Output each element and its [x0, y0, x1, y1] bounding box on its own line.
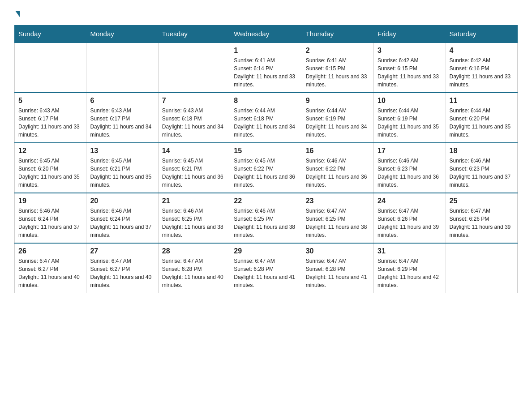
day-info: Sunrise: 6:46 AM Sunset: 6:23 PM Dayligh…	[378, 157, 442, 189]
day-number: 2	[306, 47, 370, 55]
day-number: 9	[306, 97, 370, 105]
day-number: 24	[378, 197, 442, 205]
day-number: 12	[18, 147, 82, 155]
calendar-cell: 29Sunrise: 6:47 AM Sunset: 6:28 PM Dayli…	[230, 243, 302, 293]
day-info: Sunrise: 6:46 AM Sunset: 6:23 PM Dayligh…	[450, 157, 514, 189]
calendar-cell: 10Sunrise: 6:44 AM Sunset: 6:19 PM Dayli…	[374, 93, 446, 143]
day-number: 7	[162, 97, 226, 105]
calendar-cell: 14Sunrise: 6:45 AM Sunset: 6:21 PM Dayli…	[158, 143, 230, 193]
day-number: 8	[234, 97, 298, 105]
day-number: 25	[450, 197, 514, 205]
day-number: 29	[234, 247, 298, 255]
logo	[14, 11, 20, 16]
day-number: 1	[234, 47, 298, 55]
day-info: Sunrise: 6:45 AM Sunset: 6:21 PM Dayligh…	[162, 157, 226, 189]
day-of-week-friday: Friday	[374, 26, 446, 43]
calendar-cell: 23Sunrise: 6:47 AM Sunset: 6:25 PM Dayli…	[302, 193, 373, 243]
calendar-cell: 18Sunrise: 6:46 AM Sunset: 6:23 PM Dayli…	[446, 143, 517, 193]
calendar-cell: 5Sunrise: 6:43 AM Sunset: 6:17 PM Daylig…	[15, 93, 86, 143]
day-number: 4	[450, 47, 514, 55]
day-number: 26	[18, 247, 82, 255]
day-info: Sunrise: 6:47 AM Sunset: 6:27 PM Dayligh…	[18, 257, 82, 289]
day-number: 14	[162, 147, 226, 155]
day-of-week-monday: Monday	[86, 26, 158, 43]
logo-arrow-icon	[15, 11, 20, 17]
calendar-cell: 28Sunrise: 6:47 AM Sunset: 6:28 PM Dayli…	[158, 243, 230, 293]
calendar-cell: 1Sunrise: 6:41 AM Sunset: 6:14 PM Daylig…	[230, 43, 302, 93]
day-info: Sunrise: 6:47 AM Sunset: 6:28 PM Dayligh…	[306, 257, 370, 289]
day-number: 21	[162, 197, 226, 205]
day-number: 16	[306, 147, 370, 155]
day-info: Sunrise: 6:47 AM Sunset: 6:26 PM Dayligh…	[378, 207, 442, 239]
day-info: Sunrise: 6:46 AM Sunset: 6:25 PM Dayligh…	[234, 207, 298, 239]
calendar-cell: 3Sunrise: 6:42 AM Sunset: 6:15 PM Daylig…	[374, 43, 446, 93]
day-number: 30	[306, 247, 370, 255]
calendar-cell: 17Sunrise: 6:46 AM Sunset: 6:23 PM Dayli…	[374, 143, 446, 193]
calendar-cell: 16Sunrise: 6:46 AM Sunset: 6:22 PM Dayli…	[302, 143, 373, 193]
day-of-week-wednesday: Wednesday	[230, 26, 302, 43]
day-info: Sunrise: 6:44 AM Sunset: 6:20 PM Dayligh…	[450, 107, 514, 139]
calendar-cell: 20Sunrise: 6:46 AM Sunset: 6:24 PM Dayli…	[86, 193, 158, 243]
day-number: 27	[90, 247, 154, 255]
day-of-week-thursday: Thursday	[302, 26, 373, 43]
calendar-cell	[446, 243, 517, 293]
calendar-cell: 22Sunrise: 6:46 AM Sunset: 6:25 PM Dayli…	[230, 193, 302, 243]
day-info: Sunrise: 6:45 AM Sunset: 6:20 PM Dayligh…	[18, 157, 82, 189]
day-number: 15	[234, 147, 298, 155]
day-of-week-sunday: Sunday	[15, 26, 86, 43]
day-number: 18	[450, 147, 514, 155]
day-number: 6	[90, 97, 154, 105]
calendar-cell: 25Sunrise: 6:47 AM Sunset: 6:26 PM Dayli…	[446, 193, 517, 243]
calendar-cell: 4Sunrise: 6:42 AM Sunset: 6:16 PM Daylig…	[446, 43, 517, 93]
day-info: Sunrise: 6:47 AM Sunset: 6:28 PM Dayligh…	[234, 257, 298, 289]
day-info: Sunrise: 6:43 AM Sunset: 6:18 PM Dayligh…	[162, 107, 226, 139]
calendar-cell: 9Sunrise: 6:44 AM Sunset: 6:19 PM Daylig…	[302, 93, 373, 143]
page-header	[14, 11, 518, 16]
day-number: 22	[234, 197, 298, 205]
calendar-cell: 26Sunrise: 6:47 AM Sunset: 6:27 PM Dayli…	[15, 243, 86, 293]
day-info: Sunrise: 6:47 AM Sunset: 6:25 PM Dayligh…	[306, 207, 370, 239]
calendar-cell: 12Sunrise: 6:45 AM Sunset: 6:20 PM Dayli…	[15, 143, 86, 193]
day-info: Sunrise: 6:46 AM Sunset: 6:24 PM Dayligh…	[18, 207, 82, 239]
calendar-table: SundayMondayTuesdayWednesdayThursdayFrid…	[14, 25, 518, 293]
day-number: 28	[162, 247, 226, 255]
day-info: Sunrise: 6:45 AM Sunset: 6:22 PM Dayligh…	[234, 157, 298, 189]
day-info: Sunrise: 6:46 AM Sunset: 6:24 PM Dayligh…	[90, 207, 154, 239]
day-number: 5	[18, 97, 82, 105]
day-info: Sunrise: 6:43 AM Sunset: 6:17 PM Dayligh…	[90, 107, 154, 139]
calendar-cell: 7Sunrise: 6:43 AM Sunset: 6:18 PM Daylig…	[158, 93, 230, 143]
calendar-cell: 11Sunrise: 6:44 AM Sunset: 6:20 PM Dayli…	[446, 93, 517, 143]
calendar-cell	[158, 43, 230, 93]
day-number: 19	[18, 197, 82, 205]
day-info: Sunrise: 6:47 AM Sunset: 6:26 PM Dayligh…	[450, 207, 514, 239]
calendar-cell: 21Sunrise: 6:46 AM Sunset: 6:25 PM Dayli…	[158, 193, 230, 243]
day-info: Sunrise: 6:45 AM Sunset: 6:21 PM Dayligh…	[90, 157, 154, 189]
day-info: Sunrise: 6:42 AM Sunset: 6:16 PM Dayligh…	[450, 56, 514, 89]
day-of-week-saturday: Saturday	[446, 26, 517, 43]
day-number: 3	[378, 47, 442, 55]
day-info: Sunrise: 6:47 AM Sunset: 6:28 PM Dayligh…	[162, 257, 226, 289]
calendar-cell: 27Sunrise: 6:47 AM Sunset: 6:27 PM Dayli…	[86, 243, 158, 293]
calendar-cell: 31Sunrise: 6:47 AM Sunset: 6:29 PM Dayli…	[374, 243, 446, 293]
calendar-cell: 19Sunrise: 6:46 AM Sunset: 6:24 PM Dayli…	[15, 193, 86, 243]
day-number: 10	[378, 97, 442, 105]
day-info: Sunrise: 6:44 AM Sunset: 6:19 PM Dayligh…	[378, 107, 442, 139]
calendar-cell: 6Sunrise: 6:43 AM Sunset: 6:17 PM Daylig…	[86, 93, 158, 143]
day-info: Sunrise: 6:46 AM Sunset: 6:22 PM Dayligh…	[306, 157, 370, 189]
day-number: 20	[90, 197, 154, 205]
calendar-cell: 30Sunrise: 6:47 AM Sunset: 6:28 PM Dayli…	[302, 243, 373, 293]
calendar-cell	[15, 43, 86, 93]
day-number: 31	[378, 247, 442, 255]
calendar-cell: 13Sunrise: 6:45 AM Sunset: 6:21 PM Dayli…	[86, 143, 158, 193]
day-number: 23	[306, 197, 370, 205]
day-number: 13	[90, 147, 154, 155]
day-number: 17	[378, 147, 442, 155]
day-info: Sunrise: 6:41 AM Sunset: 6:14 PM Dayligh…	[234, 56, 298, 89]
day-info: Sunrise: 6:44 AM Sunset: 6:18 PM Dayligh…	[234, 107, 298, 139]
day-info: Sunrise: 6:47 AM Sunset: 6:27 PM Dayligh…	[90, 257, 154, 289]
day-info: Sunrise: 6:44 AM Sunset: 6:19 PM Dayligh…	[306, 107, 370, 139]
calendar-cell: 15Sunrise: 6:45 AM Sunset: 6:22 PM Dayli…	[230, 143, 302, 193]
day-info: Sunrise: 6:43 AM Sunset: 6:17 PM Dayligh…	[18, 107, 82, 139]
calendar-cell: 2Sunrise: 6:41 AM Sunset: 6:15 PM Daylig…	[302, 43, 373, 93]
day-info: Sunrise: 6:42 AM Sunset: 6:15 PM Dayligh…	[378, 56, 442, 89]
